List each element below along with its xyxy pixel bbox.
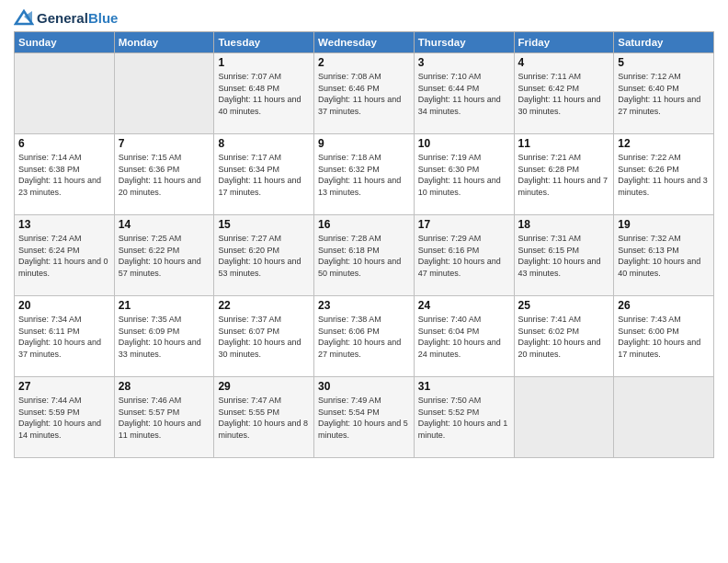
day-number: 13 bbox=[18, 218, 110, 231]
day-number: 5 bbox=[618, 56, 710, 69]
day-info: Sunrise: 7:37 AM Sunset: 6:07 PM Dayligh… bbox=[218, 314, 310, 360]
calendar-cell bbox=[514, 377, 614, 458]
day-info: Sunrise: 7:29 AM Sunset: 6:16 PM Dayligh… bbox=[418, 233, 510, 279]
calendar-cell: 25Sunrise: 7:41 AM Sunset: 6:02 PM Dayli… bbox=[514, 296, 614, 377]
page: GeneralBlue SundayMondayTuesdayWednesday… bbox=[0, 0, 728, 563]
calendar-week-5: 27Sunrise: 7:44 AM Sunset: 5:59 PM Dayli… bbox=[15, 377, 714, 458]
day-info: Sunrise: 7:17 AM Sunset: 6:34 PM Dayligh… bbox=[218, 152, 310, 198]
logo-icon bbox=[14, 9, 34, 26]
day-number: 8 bbox=[218, 137, 310, 150]
day-info: Sunrise: 7:11 AM Sunset: 6:42 PM Dayligh… bbox=[518, 71, 610, 117]
calendar-cell: 7Sunrise: 7:15 AM Sunset: 6:36 PM Daylig… bbox=[114, 134, 214, 215]
calendar-cell: 21Sunrise: 7:35 AM Sunset: 6:09 PM Dayli… bbox=[114, 296, 214, 377]
calendar-cell: 9Sunrise: 7:18 AM Sunset: 6:32 PM Daylig… bbox=[314, 134, 415, 215]
day-info: Sunrise: 7:47 AM Sunset: 5:55 PM Dayligh… bbox=[218, 395, 310, 441]
day-info: Sunrise: 7:49 AM Sunset: 5:54 PM Dayligh… bbox=[318, 395, 410, 441]
day-number: 24 bbox=[418, 299, 510, 312]
day-info: Sunrise: 7:10 AM Sunset: 6:44 PM Dayligh… bbox=[418, 71, 510, 117]
day-number: 6 bbox=[18, 137, 110, 150]
calendar-cell: 3Sunrise: 7:10 AM Sunset: 6:44 PM Daylig… bbox=[414, 53, 514, 134]
day-number: 7 bbox=[119, 137, 210, 150]
day-number: 3 bbox=[418, 56, 510, 69]
calendar-cell: 28Sunrise: 7:46 AM Sunset: 5:57 PM Dayli… bbox=[114, 377, 214, 458]
weekday-header-tuesday: Tuesday bbox=[214, 32, 314, 53]
calendar-cell: 15Sunrise: 7:27 AM Sunset: 6:20 PM Dayli… bbox=[214, 215, 314, 296]
day-info: Sunrise: 7:34 AM Sunset: 6:11 PM Dayligh… bbox=[18, 314, 110, 360]
day-info: Sunrise: 7:19 AM Sunset: 6:30 PM Dayligh… bbox=[418, 152, 510, 198]
calendar-week-1: 1Sunrise: 7:07 AM Sunset: 6:48 PM Daylig… bbox=[15, 53, 714, 134]
day-info: Sunrise: 7:41 AM Sunset: 6:02 PM Dayligh… bbox=[518, 314, 610, 360]
calendar-cell: 2Sunrise: 7:08 AM Sunset: 6:46 PM Daylig… bbox=[314, 53, 415, 134]
day-number: 17 bbox=[418, 218, 510, 231]
calendar-cell: 12Sunrise: 7:22 AM Sunset: 6:26 PM Dayli… bbox=[614, 134, 714, 215]
day-number: 23 bbox=[318, 299, 410, 312]
day-number: 29 bbox=[218, 380, 310, 393]
calendar-cell: 14Sunrise: 7:25 AM Sunset: 6:22 PM Dayli… bbox=[114, 215, 214, 296]
header: GeneralBlue bbox=[14, 9, 714, 26]
day-info: Sunrise: 7:38 AM Sunset: 6:06 PM Dayligh… bbox=[318, 314, 410, 360]
logo-text: GeneralBlue bbox=[37, 10, 118, 26]
day-info: Sunrise: 7:18 AM Sunset: 6:32 PM Dayligh… bbox=[318, 152, 410, 198]
day-info: Sunrise: 7:12 AM Sunset: 6:40 PM Dayligh… bbox=[618, 71, 710, 117]
calendar-cell: 16Sunrise: 7:28 AM Sunset: 6:18 PM Dayli… bbox=[314, 215, 415, 296]
calendar-cell: 1Sunrise: 7:07 AM Sunset: 6:48 PM Daylig… bbox=[214, 53, 314, 134]
calendar-cell: 4Sunrise: 7:11 AM Sunset: 6:42 PM Daylig… bbox=[514, 53, 614, 134]
day-info: Sunrise: 7:27 AM Sunset: 6:20 PM Dayligh… bbox=[218, 233, 310, 279]
calendar-week-4: 20Sunrise: 7:34 AM Sunset: 6:11 PM Dayli… bbox=[15, 296, 714, 377]
calendar-cell: 10Sunrise: 7:19 AM Sunset: 6:30 PM Dayli… bbox=[414, 134, 514, 215]
calendar-cell: 20Sunrise: 7:34 AM Sunset: 6:11 PM Dayli… bbox=[15, 296, 115, 377]
day-number: 16 bbox=[318, 218, 410, 231]
weekday-header-saturday: Saturday bbox=[614, 32, 714, 53]
weekday-header-sunday: Sunday bbox=[15, 32, 115, 53]
day-info: Sunrise: 7:24 AM Sunset: 6:24 PM Dayligh… bbox=[18, 233, 110, 279]
day-info: Sunrise: 7:22 AM Sunset: 6:26 PM Dayligh… bbox=[618, 152, 710, 198]
day-info: Sunrise: 7:35 AM Sunset: 6:09 PM Dayligh… bbox=[119, 314, 210, 360]
day-number: 26 bbox=[618, 299, 710, 312]
calendar-cell: 18Sunrise: 7:31 AM Sunset: 6:15 PM Dayli… bbox=[514, 215, 614, 296]
day-number: 12 bbox=[618, 137, 710, 150]
day-info: Sunrise: 7:46 AM Sunset: 5:57 PM Dayligh… bbox=[119, 395, 210, 441]
day-info: Sunrise: 7:31 AM Sunset: 6:15 PM Dayligh… bbox=[518, 233, 610, 279]
day-number: 21 bbox=[119, 299, 210, 312]
calendar-cell: 29Sunrise: 7:47 AM Sunset: 5:55 PM Dayli… bbox=[214, 377, 314, 458]
day-info: Sunrise: 7:50 AM Sunset: 5:52 PM Dayligh… bbox=[418, 395, 510, 441]
day-info: Sunrise: 7:25 AM Sunset: 6:22 PM Dayligh… bbox=[119, 233, 210, 279]
calendar-cell bbox=[114, 53, 214, 134]
day-number: 20 bbox=[18, 299, 110, 312]
calendar-cell: 5Sunrise: 7:12 AM Sunset: 6:40 PM Daylig… bbox=[614, 53, 714, 134]
day-info: Sunrise: 7:43 AM Sunset: 6:00 PM Dayligh… bbox=[618, 314, 710, 360]
calendar-cell bbox=[614, 377, 714, 458]
calendar-cell: 17Sunrise: 7:29 AM Sunset: 6:16 PM Dayli… bbox=[414, 215, 514, 296]
day-number: 18 bbox=[518, 218, 610, 231]
calendar-week-2: 6Sunrise: 7:14 AM Sunset: 6:38 PM Daylig… bbox=[15, 134, 714, 215]
day-info: Sunrise: 7:14 AM Sunset: 6:38 PM Dayligh… bbox=[18, 152, 110, 198]
calendar-cell: 30Sunrise: 7:49 AM Sunset: 5:54 PM Dayli… bbox=[314, 377, 415, 458]
day-info: Sunrise: 7:32 AM Sunset: 6:13 PM Dayligh… bbox=[618, 233, 710, 279]
day-number: 27 bbox=[18, 380, 110, 393]
calendar-table: SundayMondayTuesdayWednesdayThursdayFrid… bbox=[14, 31, 714, 458]
day-number: 19 bbox=[618, 218, 710, 231]
day-number: 25 bbox=[518, 299, 610, 312]
calendar-cell bbox=[15, 53, 115, 134]
day-number: 14 bbox=[119, 218, 210, 231]
day-number: 1 bbox=[218, 56, 310, 69]
day-number: 15 bbox=[218, 218, 310, 231]
day-number: 4 bbox=[518, 56, 610, 69]
day-info: Sunrise: 7:21 AM Sunset: 6:28 PM Dayligh… bbox=[518, 152, 610, 198]
calendar-cell: 13Sunrise: 7:24 AM Sunset: 6:24 PM Dayli… bbox=[15, 215, 115, 296]
weekday-header-wednesday: Wednesday bbox=[314, 32, 415, 53]
calendar-cell: 22Sunrise: 7:37 AM Sunset: 6:07 PM Dayli… bbox=[214, 296, 314, 377]
weekday-header-thursday: Thursday bbox=[414, 32, 514, 53]
day-number: 30 bbox=[318, 380, 410, 393]
calendar-cell: 11Sunrise: 7:21 AM Sunset: 6:28 PM Dayli… bbox=[514, 134, 614, 215]
weekday-header-row: SundayMondayTuesdayWednesdayThursdayFrid… bbox=[15, 32, 714, 53]
day-info: Sunrise: 7:08 AM Sunset: 6:46 PM Dayligh… bbox=[318, 71, 410, 117]
day-number: 28 bbox=[119, 380, 210, 393]
day-info: Sunrise: 7:44 AM Sunset: 5:59 PM Dayligh… bbox=[18, 395, 110, 441]
calendar-cell: 23Sunrise: 7:38 AM Sunset: 6:06 PM Dayli… bbox=[314, 296, 415, 377]
calendar-cell: 19Sunrise: 7:32 AM Sunset: 6:13 PM Dayli… bbox=[614, 215, 714, 296]
calendar-cell: 8Sunrise: 7:17 AM Sunset: 6:34 PM Daylig… bbox=[214, 134, 314, 215]
day-info: Sunrise: 7:15 AM Sunset: 6:36 PM Dayligh… bbox=[119, 152, 210, 198]
day-number: 11 bbox=[518, 137, 610, 150]
day-number: 10 bbox=[418, 137, 510, 150]
